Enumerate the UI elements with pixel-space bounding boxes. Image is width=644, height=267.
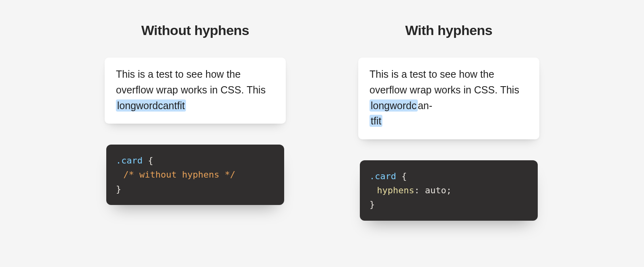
demo-card-without-hyphens: This is a test to see how the overflow w… — [105, 58, 286, 124]
column-with-hyphens: With hyphens This is a test to see how t… — [358, 23, 539, 221]
demo-card-with-hyphens: This is a test to see how the overflow w… — [358, 58, 539, 139]
code-block-without-hyphens: .card { /* without hyphens */ } — [106, 145, 284, 205]
code-value: : auto; — [414, 185, 452, 195]
comparison-stage: Without hyphens This is a test to see ho… — [0, 0, 644, 221]
card-hyphen-break: an- — [418, 100, 432, 111]
code-open-brace: { — [396, 171, 407, 181]
code-line-2: hyphens: auto; — [369, 183, 528, 197]
card-text-before: This is a test to see how the overflow w… — [369, 68, 519, 95]
code-line-1: .card { — [116, 153, 275, 168]
highlighted-long-word-part2: tfit — [369, 115, 382, 127]
code-block-with-hyphens: .card { hyphens: auto; } — [360, 160, 538, 221]
code-property: hyphens — [377, 185, 415, 195]
code-comment: /* without hyphens */ — [124, 170, 235, 180]
heading-with-hyphens: With hyphens — [405, 23, 493, 38]
column-without-hyphens: Without hyphens This is a test to see ho… — [105, 23, 286, 221]
code-close-brace: } — [369, 199, 375, 209]
code-selector: .card — [369, 171, 396, 181]
code-line-2: /* without hyphens */ — [116, 168, 275, 182]
code-close-brace: } — [116, 184, 121, 194]
code-line-3: } — [369, 197, 528, 211]
code-line-3: } — [116, 182, 275, 196]
heading-without-hyphens: Without hyphens — [141, 23, 249, 38]
highlighted-long-word: longwordcantfit — [116, 99, 186, 112]
code-line-1: .card { — [369, 169, 528, 183]
code-selector: .card — [116, 155, 142, 166]
highlighted-long-word-part1: longwordc — [369, 99, 418, 112]
code-open-brace: { — [142, 155, 153, 166]
card-text-before: This is a test to see how the overflow w… — [116, 68, 266, 95]
